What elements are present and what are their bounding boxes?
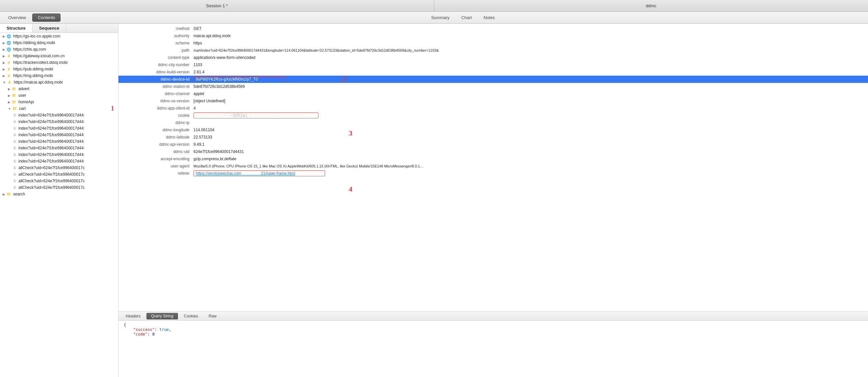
sidebar-item-cart[interactable]: ▼ 📁 cart 1 bbox=[0, 105, 118, 112]
sidebar-item-cart-6[interactable]: ① index?uid=624e7f1fce996400017d44: bbox=[0, 145, 118, 151]
sidebar-item-ddimg-ddxq[interactable]: ▶ 🌐 https://ddimg.ddxq.mobi bbox=[0, 39, 118, 46]
tab-group-left: Overview Contents bbox=[3, 13, 61, 22]
tab-bar: Overview Contents Summary Chart Notes bbox=[0, 12, 868, 24]
value-build-version: 2.81.4 bbox=[193, 70, 204, 74]
value-cookie: · · · · · · · · · · · · ~3052a1 · · · · … bbox=[193, 113, 318, 119]
json-success-val: true bbox=[159, 327, 169, 332]
label-referer: referer bbox=[121, 171, 193, 176]
tab-summary[interactable]: Summary bbox=[426, 13, 455, 22]
detail-row-authority: :authority maicai.api.ddxq.mobi bbox=[119, 32, 868, 39]
arrow-icon: ▼ bbox=[3, 81, 6, 84]
sidebar-item-gateway-icloud[interactable]: ▶ ⚡ https://gateway.icloud.com.cn bbox=[0, 53, 118, 59]
sidebar-item-maicai-api[interactable]: ▼ ⚡ https://maicai.api.ddxq.mobi bbox=[0, 79, 118, 86]
doc-icon: ① bbox=[13, 179, 17, 183]
bottom-section: Headers Query String Cookies Raw { "succ… bbox=[119, 311, 868, 377]
ddmc-title: ddmc bbox=[646, 3, 656, 8]
sidebar-item-user[interactable]: ▶ 📁 user bbox=[0, 92, 118, 99]
value-api-version: 9.49.1 bbox=[193, 142, 204, 147]
value-channel: applet bbox=[193, 91, 204, 96]
sidebar-item-img-ddimg[interactable]: ▶ ⚡ https://img.ddimg.mobi bbox=[0, 72, 118, 79]
sidebar-item-gs-loc[interactable]: ▶ 🌐 https://gs-loc-cn.apple.com bbox=[0, 33, 118, 39]
arrow-icon: ▶ bbox=[3, 192, 5, 196]
sidebar-item-cart-3[interactable]: ① index?uid=624e7f1fce996400017d44: bbox=[0, 125, 118, 132]
detail-row-user-agent: user-agent Mozilla/5.0 (iPhone; CPU iPho… bbox=[119, 162, 868, 170]
tab-overview[interactable]: Overview bbox=[3, 13, 32, 22]
value-scheme: https bbox=[193, 41, 202, 45]
label-build-version: ddmc-build-version bbox=[121, 70, 193, 74]
detail-row-app-client-id: ddmc-app-client-id 4 bbox=[119, 105, 868, 112]
sidebar-tab-sequence[interactable]: Sequence bbox=[33, 24, 66, 33]
arrow-icon: ▶ bbox=[3, 61, 5, 64]
arrow-icon: ▶ bbox=[8, 87, 10, 91]
folder-icon: 📁 bbox=[12, 93, 17, 98]
sidebar-item-pub-ddimg[interactable]: ▶ ⚡ https://pub.ddimg.mobi bbox=[0, 66, 118, 72]
bottom-tab-raw[interactable]: Raw bbox=[204, 313, 221, 319]
detail-row-content-type: content-type application/x-www-form-urle… bbox=[119, 54, 868, 61]
sidebar-item-search[interactable]: ▶ 📁 search bbox=[0, 191, 118, 197]
label-authority: :authority bbox=[121, 34, 193, 38]
tab-chart[interactable]: Chart bbox=[456, 13, 477, 22]
sidebar-item-zhls-qq[interactable]: ▶ 🌐 https://zhls.qq.com bbox=[0, 46, 118, 53]
folder-icon: 📁 bbox=[12, 106, 17, 111]
annotation-1: 1 bbox=[111, 105, 114, 112]
folder-icon: 📁 bbox=[12, 87, 17, 91]
detail-row-channel: ddmc-channel applet bbox=[119, 90, 868, 97]
label-latitude: ddmc-latitude bbox=[121, 135, 193, 139]
sidebar-header: Structure Sequence bbox=[0, 24, 118, 33]
bottom-tab-cookies[interactable]: Cookies bbox=[179, 313, 203, 319]
detail-row-api-version: ddmc-api-version 9.49.1 bbox=[119, 141, 868, 148]
sidebar-item-cart-2[interactable]: ① index?uid=624e7f1fce996400017d44: bbox=[0, 119, 118, 125]
session-title: Session 1 * bbox=[206, 3, 228, 8]
doc-icon: ① bbox=[13, 159, 17, 163]
detail-row-method: :method GET bbox=[119, 25, 868, 32]
sidebar-item-cart-8[interactable]: ① index?uid=624e7f1fce996400017d44: bbox=[0, 158, 118, 164]
value-uid: 624e7f1fce996400017d4431 bbox=[193, 149, 244, 154]
sidebar-item-allcheck-3[interactable]: ① allCheck?uid=624e7f1fce996400017c bbox=[0, 178, 118, 184]
label-channel: ddmc-channel bbox=[121, 91, 193, 96]
sidebar-tab-structure[interactable]: Structure bbox=[0, 24, 33, 33]
sidebar-item-allcheck-4[interactable]: ① allCheck?uid=624e7f1fce996400017c bbox=[0, 184, 118, 191]
label-user-agent: user-agent bbox=[121, 164, 193, 168]
arrow-icon: ▶ bbox=[8, 100, 10, 104]
globe-icon: 🌐 bbox=[7, 48, 11, 52]
sidebar-item-allcheck-2[interactable]: ① allCheck?uid=624e7f1fce996400017c bbox=[0, 171, 118, 178]
title-bar: Session 1 * ddmc bbox=[0, 0, 868, 12]
arrow-icon: ▶ bbox=[3, 41, 5, 45]
label-station-id: ddmc-station-id bbox=[121, 84, 193, 89]
detail-row-build-version: ddmc-build-version 2.81.4 bbox=[119, 68, 868, 76]
detail-row-referer: referer https://servicewechat.com 21/pag… bbox=[119, 170, 868, 177]
lightning-icon: ⚡ bbox=[7, 74, 11, 78]
label-api-version: ddmc-api-version bbox=[121, 142, 193, 147]
title-ddmc: ddmc bbox=[434, 0, 868, 11]
bottom-tab-querystring[interactable]: Query String bbox=[147, 313, 178, 319]
lightning-icon: ⚡ bbox=[7, 61, 11, 65]
sidebar-item-cart-4[interactable]: ① index?uid=624e7f1fce996400017d44: bbox=[0, 132, 118, 138]
globe-icon: 🌐 bbox=[7, 41, 11, 45]
sidebar-item-trackercollect[interactable]: ▶ ⚡ https://trackercollect.ddxq.mobi bbox=[0, 59, 118, 66]
folder-icon: 📁 bbox=[7, 192, 11, 196]
detail-row-longitude: ddmc-longitude 114.061104 bbox=[119, 126, 868, 133]
doc-icon: ① bbox=[13, 186, 17, 190]
doc-icon: ① bbox=[13, 172, 17, 177]
tab-contents[interactable]: Contents bbox=[32, 13, 61, 22]
detail-row-cookie: cookie · · · · · · · · · · · · ~3052a1 ·… bbox=[119, 112, 868, 119]
sidebar-item-homeapi[interactable]: ▶ 📁 homeApi bbox=[0, 99, 118, 105]
sidebar-item-allcheck-1[interactable]: ① allCheck?uid=624e7f1fce996400017c bbox=[0, 164, 118, 171]
tab-notes[interactable]: Notes bbox=[478, 13, 500, 22]
bottom-tab-headers[interactable]: Headers bbox=[121, 313, 145, 319]
detail-row-latitude: ddmc-latitude 22.573133 bbox=[119, 133, 868, 141]
sidebar-item-cart-1[interactable]: ① index?uid=624e7f1fce996400017d44: bbox=[0, 112, 118, 119]
arrow-icon: ▶ bbox=[3, 67, 5, 71]
label-city-number: ddmc-city-number bbox=[121, 63, 193, 67]
value-user-agent: Mozilla/5.0 (iPhone; CPU iPhone OS 15_1 … bbox=[193, 164, 424, 168]
lightning-icon: ⚡ bbox=[7, 67, 11, 71]
doc-icon: ① bbox=[13, 120, 17, 124]
sidebar-item-cart-7[interactable]: ① index?uid=624e7f1fce996400017d44: bbox=[0, 151, 118, 158]
bottom-content: { "success": true, "code": 0 bbox=[119, 321, 868, 377]
sidebar-item-cart-5[interactable]: ① index?uid=624e7f1fce996400017d44: bbox=[0, 138, 118, 145]
detail-row-city-number: ddmc-city-number 1103 bbox=[119, 61, 868, 68]
label-cookie: cookie bbox=[121, 113, 193, 118]
doc-icon: ① bbox=[13, 113, 17, 118]
json-success-key: "success" bbox=[124, 327, 155, 332]
sidebar-item-advert[interactable]: ▶ 📁 advert bbox=[0, 86, 118, 92]
